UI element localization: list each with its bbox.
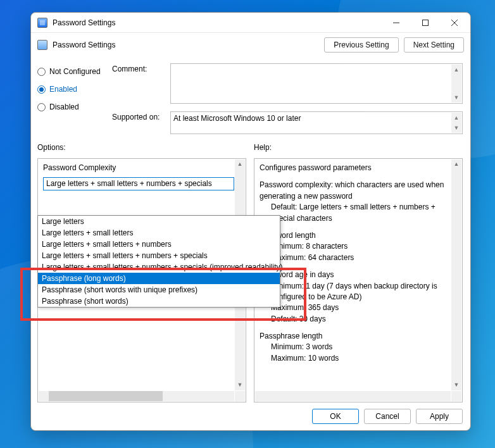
cancel-button[interactable]: Cancel	[364, 409, 411, 424]
state-radios: Not Configured Enabled Disabled	[37, 63, 112, 134]
toolbar: Password Settings Previous Setting Next …	[31, 33, 470, 57]
scroll-up-icon: ▲	[451, 159, 461, 170]
scrollbar-horizontal[interactable]	[255, 391, 451, 401]
help-text: Configures password parameters	[260, 163, 451, 173]
dropdown-option[interactable]: Large letters + small letters	[38, 227, 280, 239]
radio-label: Enabled	[49, 85, 77, 94]
help-text: Default: Large letters + small letters +…	[260, 202, 451, 224]
dropdown-option[interactable]: Large letters + small letters + numbers	[38, 239, 280, 250]
comment-textarea[interactable]: ▲ ▼	[170, 63, 463, 104]
password-complexity-dropdown[interactable]: Large lettersLarge letters + small lette…	[37, 215, 280, 308]
options-label: Options:	[37, 143, 246, 152]
help-text: Password length	[260, 230, 451, 241]
help-text: Maximum: 64 characters	[260, 252, 451, 263]
dropdown-option[interactable]: Passphrase (short words with unique pref…	[38, 284, 280, 296]
scroll-corner	[451, 391, 461, 401]
dropdown-option[interactable]: Passphrase (short words)	[38, 296, 280, 307]
help-label: Help:	[254, 143, 463, 152]
help-text: Password age in days	[260, 270, 451, 280]
scroll-down-icon: ▼	[451, 92, 461, 103]
minimize-button[interactable]	[382, 13, 411, 32]
supported-value: At least Microsoft Windows 10 or later	[173, 114, 301, 123]
radio-enabled[interactable]: Enabled	[37, 85, 112, 94]
help-text: Minimum: 1 day (7 days when backup direc…	[260, 281, 451, 303]
comment-row: Comment: ▲ ▼	[112, 63, 463, 104]
scroll-down-icon: ▼	[235, 380, 245, 390]
radio-label: Disabled	[49, 103, 79, 111]
help-text: Maximum: 365 days	[260, 302, 451, 313]
app-icon	[37, 18, 47, 28]
help-text: Minimum: 3 words	[260, 342, 451, 352]
fields-column: Comment: ▲ ▼ Supported on: At least Micr…	[112, 63, 463, 134]
radio-icon	[37, 68, 46, 76]
svg-line-3	[451, 20, 458, 26]
dropdown-option[interactable]: Passphrase (long words)	[38, 273, 280, 284]
scroll-down-icon: ▼	[451, 123, 461, 133]
supported-label: Supported on:	[112, 111, 166, 121]
maximize-button[interactable]	[411, 13, 440, 32]
help-text: Default: 30 days	[260, 314, 451, 325]
radio-label: Not Configured	[49, 67, 101, 76]
radio-icon	[37, 85, 46, 94]
help-text: Passphrase length	[260, 331, 451, 342]
close-button[interactable]	[440, 13, 469, 32]
scrollbar-vertical[interactable]: ▲ ▼	[451, 159, 461, 390]
password-complexity-combo[interactable]: Large letters + small letters + numbers …	[43, 177, 234, 190]
next-setting-button[interactable]: Next Setting	[404, 37, 464, 53]
previous-setting-button[interactable]: Previous Setting	[324, 37, 398, 53]
dropdown-option[interactable]: Large letters	[38, 216, 280, 227]
apply-button[interactable]: Apply	[416, 409, 463, 424]
help-text: Maximum: 10 words	[260, 353, 451, 364]
scroll-corner	[235, 391, 245, 401]
scrollbar-vertical[interactable]: ▲ ▼	[451, 113, 461, 133]
titlebar: Password Settings	[31, 13, 470, 33]
combo-value: Large letters + small letters + numbers …	[46, 178, 212, 189]
combo-label: Password Complexity	[43, 163, 234, 173]
scroll-up-icon: ▲	[235, 159, 245, 170]
ok-button[interactable]: OK	[312, 409, 359, 424]
radio-disabled[interactable]: Disabled	[37, 103, 112, 111]
toolbar-title: Password Settings	[53, 40, 115, 49]
supported-row: Supported on: At least Microsoft Windows…	[112, 111, 463, 134]
help-pane: Configures password parameters Password …	[254, 158, 463, 402]
help-column: Help: Configures password parameters Pas…	[254, 143, 463, 402]
dropdown-option[interactable]: Large letters + small letters + numbers …	[38, 250, 280, 261]
scroll-up-icon: ▲	[451, 65, 461, 75]
scroll-down-icon: ▼	[451, 380, 461, 390]
scrollbar-vertical[interactable]: ▲ ▼	[451, 65, 461, 103]
svg-rect-1	[423, 20, 429, 25]
svg-line-2	[451, 20, 458, 26]
radio-icon	[37, 103, 46, 111]
comment-label: Comment:	[112, 63, 166, 73]
radio-not-configured[interactable]: Not Configured	[37, 67, 112, 76]
scrollbar-horizontal[interactable]	[39, 391, 234, 401]
window-title: Password Settings	[53, 18, 382, 27]
dropdown-option[interactable]: Large letters + small letters + numbers …	[38, 261, 280, 273]
help-text: Minimum: 8 characters	[260, 241, 451, 252]
policy-icon	[37, 40, 47, 50]
supported-textarea: At least Microsoft Windows 10 or later ▲…	[170, 111, 463, 134]
dialog-button-bar: OK Cancel Apply	[31, 402, 470, 430]
help-text: Password complexity: which characters ar…	[260, 180, 451, 202]
scroll-up-icon: ▲	[451, 113, 461, 123]
state-area: Not Configured Enabled Disabled Comment:…	[31, 57, 470, 134]
